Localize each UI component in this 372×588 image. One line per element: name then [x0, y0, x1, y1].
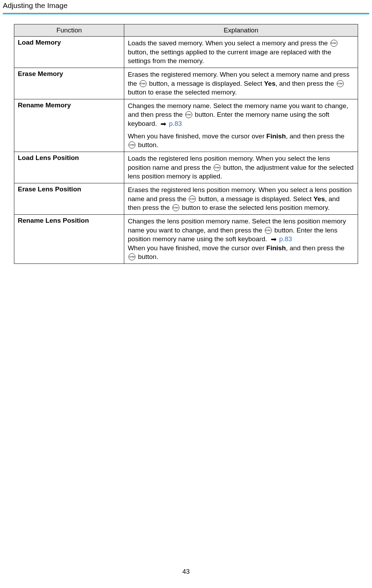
enter-button-icon	[189, 196, 196, 203]
enter-button-icon	[330, 40, 337, 47]
explanation-erase-lens: Erases the registered lens position memo…	[124, 183, 358, 214]
table-row: Rename Lens Position Changes the lens po…	[14, 214, 358, 264]
func-name-load-lens: Load Lens Position	[14, 152, 124, 183]
table-row: Rename Memory Changes the memory name. S…	[14, 99, 358, 152]
func-name-rename-lens: Rename Lens Position	[14, 214, 124, 264]
page-header: Adjusting the Image	[0, 0, 372, 13]
header-rule-blue	[3, 13, 369, 14]
enter-button-icon	[140, 80, 147, 87]
content-area: Function Explanation Load Memory Loads t…	[0, 24, 372, 264]
page-title: Adjusting the Image	[3, 1, 369, 10]
pointer-icon	[160, 122, 166, 127]
table-row: Load Memory Loads the saved memory. When…	[14, 37, 358, 68]
pointer-icon	[270, 237, 277, 242]
enter-button-icon	[337, 80, 344, 87]
enter-button-icon	[172, 204, 179, 211]
table-header-row: Function Explanation	[14, 24, 358, 37]
func-name-load-memory: Load Memory	[14, 37, 124, 68]
th-function: Function	[14, 24, 124, 37]
function-table: Function Explanation Load Memory Loads t…	[14, 24, 358, 264]
table-row: Erase Lens Position Erases the registere…	[14, 183, 358, 214]
func-name-erase-memory: Erase Memory	[14, 68, 124, 99]
page-number: 43	[0, 568, 372, 575]
th-explanation: Explanation	[124, 24, 358, 37]
enter-button-icon	[265, 227, 272, 234]
explanation-load-memory: Loads the saved memory. When you select …	[124, 37, 358, 68]
table-row: Erase Memory Erases the registered memor…	[14, 68, 358, 99]
table-row: Load Lens Position Loads the registered …	[14, 152, 358, 183]
explanation-rename-lens: Changes the lens position memory name. S…	[124, 214, 358, 264]
enter-button-icon	[214, 164, 221, 171]
enter-button-icon	[128, 253, 135, 260]
enter-button-icon	[185, 111, 192, 118]
page-reference-link[interactable]: p.83	[279, 235, 292, 243]
explanation-load-lens: Loads the registered lens position memor…	[124, 152, 358, 183]
explanation-rename-memory: Changes the memory name. Select the memo…	[124, 99, 358, 152]
page-reference-link[interactable]: p.83	[169, 120, 182, 127]
func-name-erase-lens: Erase Lens Position	[14, 183, 124, 214]
func-name-rename-memory: Rename Memory	[14, 99, 124, 152]
explanation-erase-memory: Erases the registered memory. When you s…	[124, 68, 358, 99]
enter-button-icon	[128, 142, 135, 148]
